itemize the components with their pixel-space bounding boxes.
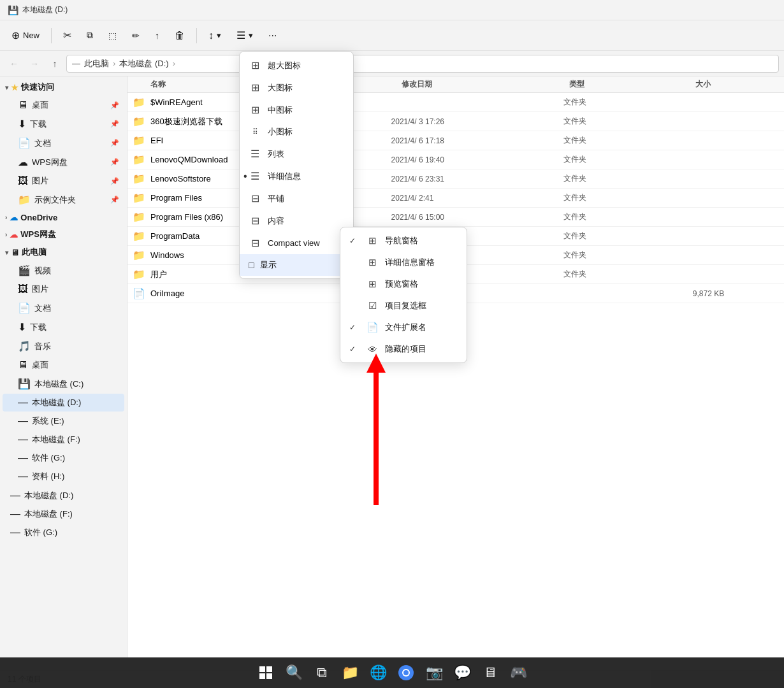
toolbar: ⊕ New ✂ ⧉ ⬚ ✏ ↑ 🗑 ↕ ▾ ☰ ▾ ··· (0, 20, 784, 51)
submenu-checkboxes[interactable]: ☑ 项目复选框 (340, 295, 467, 317)
new-button[interactable]: ⊕ New (5, 26, 46, 45)
sidebar-item-drive-e[interactable]: — 系统 (E:) (3, 412, 124, 430)
table-row[interactable]: 📁 $WinREAgent 文件夹 (127, 93, 784, 112)
preview-pane-icon: ⊞ (366, 278, 379, 290)
quick-access-label: 快速访问 (21, 82, 54, 93)
breadcrumb[interactable]: — 此电脑 › 本地磁盘 (D:) › (66, 55, 779, 73)
sidebar-item-downloads[interactable]: ⬇ 下载 📌 (3, 115, 124, 133)
file-name-0: $WinREAgent (150, 97, 203, 107)
chrome-taskbar-icon[interactable] (395, 661, 417, 684)
drive-h-label: 资料 (H:) (32, 471, 64, 482)
sidebar-item-pictures[interactable]: 🖼 图片 📌 (3, 172, 124, 190)
sidebar-item-music[interactable]: 🎵 音乐 (3, 337, 124, 355)
sidebar-item-net-g[interactable]: — 软件 (G:) (3, 524, 124, 541)
extra-large-icon: ⊞ (249, 59, 261, 71)
sidebar-item-desktop[interactable]: 🖥 桌面 📌 (3, 96, 124, 114)
view-compact[interactable]: ⊟ Compact view (240, 232, 353, 254)
breadcrumb-drive[interactable]: 本地磁盘 (D:) (119, 58, 168, 69)
pictures-icon: 🖼 (18, 175, 28, 187)
sidebar-item-wps[interactable]: ☁ WPS网盘 📌 (3, 153, 124, 171)
onedrive-header[interactable]: › ☁ OneDrive (0, 210, 127, 225)
sidebar-item-pc-documents[interactable]: 📄 文档 (3, 299, 124, 317)
list-label: 列表 (268, 148, 284, 160)
paste-button[interactable]: ⬚ (102, 27, 123, 44)
rename-button[interactable]: ✏ (126, 27, 146, 44)
submenu-details-pane[interactable]: ⊞ 详细信息窗格 (340, 252, 467, 273)
display-item[interactable]: □ 显示 › (240, 254, 353, 276)
breadcrumb-pc[interactable]: 此电脑 (84, 58, 109, 69)
sidebar-item-samples[interactable]: 📁 示例文件夹 📌 (3, 190, 124, 209)
drive-d-label: 本地磁盘 (D:) (32, 397, 81, 408)
delete-button[interactable]: 🗑 (168, 27, 191, 45)
view-extra-large[interactable]: ⊞ 超大图标 (240, 54, 353, 76)
copy-button[interactable]: ⧉ (80, 27, 99, 44)
wps-cloud-icon: ☁ (10, 230, 18, 240)
forward-button[interactable]: → (25, 55, 43, 73)
sidebar-item-pc-desktop[interactable]: 🖥 桌面 (3, 356, 124, 374)
sidebar-item-net-d[interactable]: — 本地磁盘 (D:) (3, 487, 124, 505)
cut-icon: ✂ (63, 29, 71, 41)
this-pc-header[interactable]: ▾ 🖥 此电脑 (0, 244, 127, 261)
view-large[interactable]: ⊞ 大图标 (240, 76, 353, 99)
table-row[interactable]: 📁 Program Files (x86) 2021/4/ 6 15:00 文件… (127, 208, 784, 227)
sidebar-item-drive-d[interactable]: — 本地磁盘 (D:) (3, 394, 124, 412)
drive-f-icon: — (18, 434, 28, 445)
sidebar-item-drive-g[interactable]: — 软件 (G:) (3, 449, 124, 467)
submenu-nav-pane[interactable]: ✓ ⊞ 导航窗格 (340, 230, 467, 252)
submenu-preview-pane[interactable]: ⊞ 预览窗格 (340, 273, 467, 295)
sidebar-item-pc-pictures[interactable]: 🖼 图片 (3, 280, 124, 298)
file-list: 名称 修改日期 类型 大小 📁 $WinREAgent 文件夹 📁 360极速浏… (127, 76, 784, 670)
task-view-taskbar-icon[interactable]: ⧉ (310, 661, 333, 684)
drive-e-icon: — (18, 415, 28, 427)
sort-button[interactable]: ↕ ▾ (202, 27, 228, 45)
view-small[interactable]: ⠿ 小图标 (240, 121, 353, 143)
share-button[interactable]: ↑ (149, 27, 166, 44)
table-row[interactable]: 📁 EFI 2021/4/ 6 17:18 文件夹 (127, 131, 784, 150)
more-button[interactable]: ··· (262, 27, 283, 45)
view-details[interactable]: ☰ 详细信息 (240, 165, 353, 187)
back-button[interactable]: ← (5, 55, 23, 73)
search-taskbar-icon[interactable]: 🔍 (282, 661, 305, 684)
table-row[interactable]: 📁 LenovoQMDownload 2021/4/ 6 19:40 文件夹 (127, 150, 784, 169)
sidebar-item-documents[interactable]: 📄 文档 📌 (3, 134, 124, 152)
file-explorer-taskbar-icon[interactable]: 📁 (338, 661, 361, 684)
sidebar-item-drive-c[interactable]: 💾 本地磁盘 (C:) (3, 375, 124, 393)
app2-taskbar-icon[interactable]: 🖥 (479, 661, 502, 684)
view-button[interactable]: ☰ ▾ (230, 26, 259, 45)
quick-access-header[interactable]: ▾ ★ 快速访问 (0, 79, 127, 96)
file-icon-3: 📁 (133, 154, 145, 166)
view-content[interactable]: ⊟ 内容 (240, 210, 353, 232)
browser-taskbar-icon[interactable]: 🌐 (367, 661, 389, 684)
submenu-hidden-items[interactable]: ✓ 👁 隐藏的项目 (340, 338, 467, 360)
table-row[interactable]: 📁 Program Files 2021/4/ 2:41 文件夹 (127, 189, 784, 208)
view-medium[interactable]: ⊞ 中图标 (240, 99, 353, 121)
wps-cloud-header[interactable]: › ☁ WPS网盘 (0, 226, 127, 243)
col-header-type[interactable]: 类型 (569, 79, 695, 90)
drive-g-label: 软件 (G:) (32, 452, 65, 464)
table-row[interactable]: 📁 LenovoSoftstore 2021/4/ 6 23:31 文件夹 (127, 169, 784, 189)
app3-taskbar-icon[interactable]: 🎮 (507, 661, 530, 684)
cut-button[interactable]: ✂ (57, 26, 78, 45)
wechat-taskbar-icon[interactable]: 💬 (451, 661, 474, 684)
view-list[interactable]: ☰ 列表 (240, 143, 353, 165)
col-header-date[interactable]: 修改日期 (402, 79, 569, 90)
rename-icon: ✏ (132, 31, 140, 41)
sidebar-item-videos[interactable]: 🎬 视频 (3, 261, 124, 280)
sidebar-item-net-f[interactable]: — 本地磁盘 (F:) (3, 505, 124, 523)
windows-taskbar-icon[interactable] (254, 661, 277, 684)
toolbar-separator-2 (196, 28, 197, 43)
sidebar-item-drive-h[interactable]: — 资料 (H:) (3, 468, 124, 485)
sidebar-item-pc-downloads[interactable]: ⬇ 下载 (3, 318, 124, 336)
net-f-label: 本地磁盘 (F:) (24, 508, 73, 520)
col-header-size[interactable]: 大小 (695, 79, 779, 90)
sidebar-item-drive-f[interactable]: — 本地磁盘 (F:) (3, 431, 124, 448)
submenu-file-ext[interactable]: ✓ 📄 文件扩展名 (340, 317, 467, 338)
view-tiles[interactable]: ⊟ 平铺 (240, 187, 353, 210)
table-row[interactable]: 📁 360极速浏览器下载 2021/4/ 3 17:26 文件夹 (127, 112, 784, 131)
svg-rect-5 (266, 673, 272, 679)
file-type-7: 文件夹 (563, 231, 693, 241)
app1-taskbar-icon[interactable]: 📷 (423, 661, 446, 684)
this-pc-icon: 🖥 (11, 248, 19, 257)
pc-documents-icon: 📄 (18, 302, 31, 314)
up-button[interactable]: ↑ (46, 55, 64, 73)
